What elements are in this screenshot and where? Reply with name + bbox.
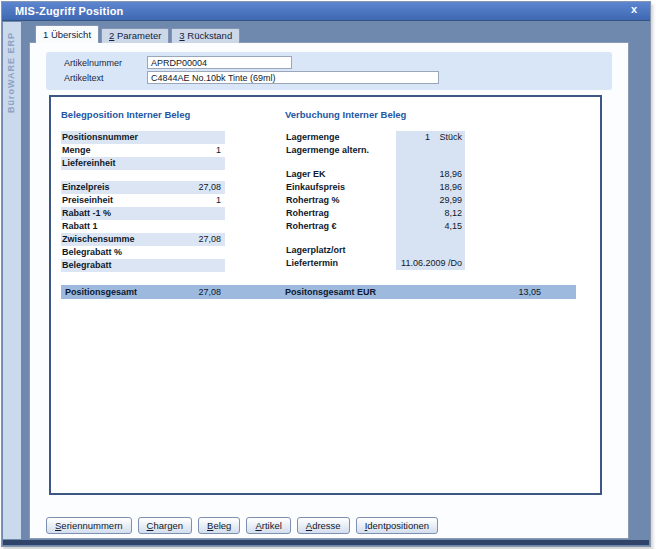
row-label: Lagerplatz/ort (285, 244, 396, 257)
row-label: Liefereinheit (61, 157, 165, 170)
row-label: Rohertrag € (285, 220, 396, 233)
article-header-box: Artikelnummer Artikeltext (46, 52, 612, 90)
row-value (165, 207, 225, 220)
row-label: Lagermenge (285, 131, 396, 144)
position-data-panel: Belegposition Interner Beleg Verbuchung … (49, 95, 602, 495)
tab-content-uebersicht: Artikelnummer Artikeltext Belegposition … (29, 42, 629, 539)
row-value: 18,96 (396, 168, 465, 181)
row-label: Einkaufspreis (285, 181, 396, 194)
positionsgesamt-label: Positionsgesamt (65, 285, 137, 299)
beleg-button[interactable]: Beleg (198, 517, 240, 534)
artikel-button[interactable]: Artikel (246, 517, 290, 534)
artikelnummer-input[interactable] (147, 56, 292, 69)
right-rows: Lagermenge1StückLagermenge altern.Lager … (285, 131, 465, 270)
mis-zugriff-window: MIS-Zugriff Position x BüroWARE ERP 1 Üb… (1, 1, 651, 547)
row-value: 4,15 (396, 220, 465, 233)
row-label: Lagermenge altern. (285, 144, 396, 157)
row-label: Belegrabatt % (61, 246, 165, 259)
left-rows: PositionsnummerMenge1LiefereinheitEinzel… (61, 131, 225, 272)
window-bottom-frame (3, 540, 649, 545)
identpositionen-button[interactable]: Identpositionen (356, 517, 438, 534)
row-liefertermin: Liefertermin11.06.2009 /Do (285, 257, 465, 270)
adresse-button[interactable]: Adresse (297, 517, 350, 534)
row-positionsnummer: Positionsnummer (61, 131, 225, 144)
row-belegrabatt: Belegrabatt % (61, 246, 225, 259)
row-rabatt-1: Rabatt 1 (61, 220, 225, 233)
right-section-header: Verbuchung Interner Beleg (285, 109, 406, 120)
row-value (396, 244, 465, 257)
tab-3-rückstand[interactable]: 3 Rückstand (171, 28, 240, 43)
row-spacer (61, 170, 225, 181)
tab-2-parameter[interactable]: 2 Parameter (101, 28, 169, 43)
row-value (165, 220, 225, 233)
row-value: 8,12 (396, 207, 465, 220)
window-title: MIS-Zugriff Position (2, 5, 123, 17)
tab-bar: 1 Übersicht2 Parameter3 Rückstand (35, 25, 240, 43)
row-menge: Menge1 (61, 144, 225, 157)
row-value (165, 246, 225, 259)
row-unit: Stück (430, 131, 465, 144)
row-value (165, 131, 225, 144)
row-label: Positionsnummer (61, 131, 165, 144)
row-einzelpreis: Einzelpreis27,08 (61, 181, 225, 194)
row-rohertrag: Rohertrag8,12 (285, 207, 465, 220)
positionsgesamt-eur-value: 13,05 (461, 285, 541, 299)
row-rohertrag: Rohertrag %29,99 (285, 194, 465, 207)
artikelnummer-label: Artikelnummer (64, 58, 122, 68)
row-value: 27,08 (165, 181, 225, 194)
row-value: 29,99 (396, 194, 465, 207)
row-lagermenge: Lagermenge1Stück (285, 131, 465, 144)
row-einkaufspreis: Einkaufspreis18,96 (285, 181, 465, 194)
row-label: Lager EK (285, 168, 396, 181)
row-label: Einzelpreis (61, 181, 165, 194)
row-spacer (285, 233, 465, 244)
row-label: Zwischensumme (61, 233, 165, 246)
row-label: Preiseinheit (61, 194, 165, 207)
row-zwischensumme: Zwischensumme27,08 (61, 233, 225, 246)
row-spacer (285, 157, 465, 168)
row-value (396, 144, 465, 157)
artikeltext-input[interactable] (147, 71, 439, 84)
row-belegrabatt: Belegrabatt (61, 259, 225, 272)
row-liefereinheit: Liefereinheit (61, 157, 225, 170)
totals-bar: Positionsgesamt 27,08 Positonsgesamt EUR… (61, 285, 576, 299)
tab-1-übersicht[interactable]: 1 Übersicht (35, 25, 99, 43)
positionsgesamt-value: 27,08 (156, 285, 221, 299)
row-label: Rohertrag % (285, 194, 396, 207)
chargen-button[interactable]: Chargen (138, 517, 192, 534)
brand-strip: BüroWARE ERP (3, 22, 21, 539)
positionsgesamt-eur-label: Positonsgesamt EUR (285, 285, 376, 299)
close-icon[interactable]: x (627, 3, 641, 18)
row-lager-ek: Lager EK18,96 (285, 168, 465, 181)
row-value: 1 (165, 144, 225, 157)
row-value: 1 (396, 131, 430, 144)
row-value: 1 (165, 194, 225, 207)
button-bar: SeriennummernChargenBelegArtikelAdresseI… (46, 517, 438, 534)
row-rabatt-1: Rabatt -1 % (61, 207, 225, 220)
row-preiseinheit: Preiseinheit1 (61, 194, 225, 207)
row-value (165, 157, 225, 170)
brand-vertical-text: BüroWARE ERP (6, 32, 16, 113)
row-label: Menge (61, 144, 165, 157)
left-section-header: Belegposition Interner Beleg (61, 109, 190, 120)
row-value (165, 259, 225, 272)
row-lagermenge-altern: Lagermenge altern. (285, 144, 465, 157)
row-rohertrag: Rohertrag €4,15 (285, 220, 465, 233)
row-label: Belegrabatt (61, 259, 165, 272)
row-lagerplatz-ort: Lagerplatz/ort (285, 244, 465, 257)
row-value: 11.06.2009 /Do (396, 257, 465, 270)
artikeltext-label: Artikeltext (64, 73, 104, 83)
row-label: Rabatt 1 (61, 220, 165, 233)
row-value: 18,96 (396, 181, 465, 194)
row-value: 27,08 (165, 233, 225, 246)
row-label: Rabatt -1 % (61, 207, 165, 220)
row-label: Liefertermin (285, 257, 396, 270)
row-label: Rohertrag (285, 207, 396, 220)
title-bar[interactable]: MIS-Zugriff Position x (2, 2, 650, 21)
seriennummern-button[interactable]: Seriennummern (46, 517, 132, 534)
